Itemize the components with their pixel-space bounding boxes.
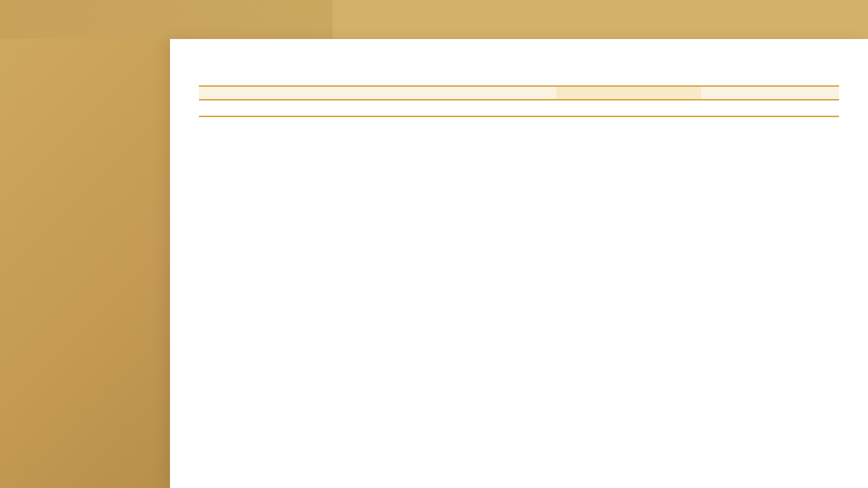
total-income-value: [412, 86, 556, 100]
total-income-label: [231, 86, 412, 100]
other-income-label: [556, 86, 701, 100]
col-hash: [199, 100, 231, 116]
background-top-left: [0, 0, 333, 39]
income-spacer: [199, 86, 231, 100]
column-header-row: [199, 100, 839, 116]
background-left-panel: [0, 39, 170, 488]
income-summary-row: [199, 86, 839, 100]
other-income-value: [701, 86, 839, 100]
budget-table: [199, 85, 839, 117]
col-budget: [412, 100, 556, 116]
background-top-right: [333, 0, 868, 39]
document-card: [170, 39, 868, 488]
col-actual: [556, 100, 701, 116]
col-difference: [701, 100, 839, 116]
col-item: [231, 100, 412, 116]
